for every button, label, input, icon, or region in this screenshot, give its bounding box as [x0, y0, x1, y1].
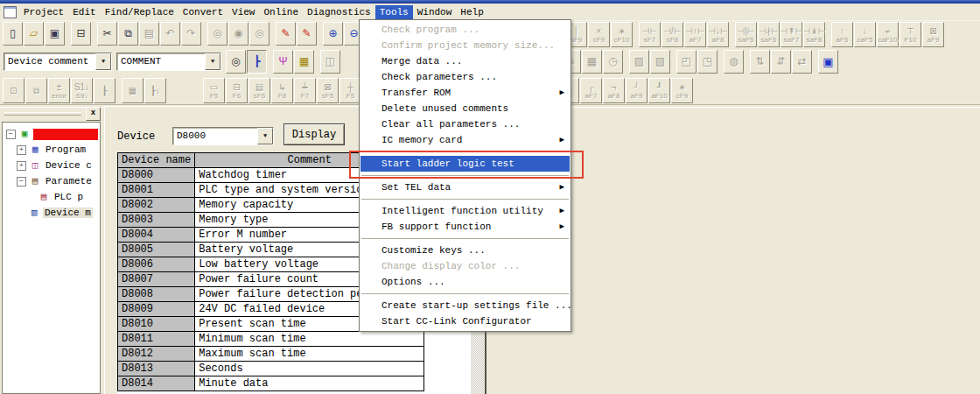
menuitem-options[interactable]: Options ... [360, 274, 570, 290]
tree-item-project-root[interactable]: − ▣ [3, 126, 100, 142]
project-tree-button[interactable]: ┠ [94, 78, 116, 103]
fkey-cf9-button[interactable]: ∗cF9 [671, 78, 693, 103]
pulse-branch-button[interactable]: ⊣↟⊢saF7 [780, 22, 802, 47]
comment-cell[interactable]: Seconds [195, 362, 424, 376]
open-contact-button[interactable]: ⊣⊢sF7 [639, 22, 661, 47]
cut-button[interactable]: ✂ [97, 22, 117, 46]
find-replace-button[interactable]: ◉ [228, 22, 248, 46]
expand-icon[interactable]: + [17, 161, 26, 171]
fkey-sf5-button[interactable]: ⊠sF5 [317, 78, 339, 103]
windows-stack-button[interactable]: ⧉ [25, 78, 47, 103]
pulse-closed-branch-button[interactable]: ⊣↡⊢saF8 [803, 22, 825, 47]
menu-edit[interactable]: Edit [68, 5, 100, 19]
find-comment-button[interactable]: ◎ [226, 50, 246, 74]
rising-pulse-button[interactable]: ↑aF5 [831, 22, 853, 47]
menuitem-merge-data[interactable]: Merge data ... [360, 53, 570, 69]
find-device-button[interactable]: ◎ [249, 22, 270, 46]
tree-item-device-comment[interactable]: + ◫ Device c [3, 158, 100, 173]
write-comment-button[interactable]: ✎ [276, 22, 296, 46]
device-name-cell[interactable]: D8007 [118, 272, 195, 287]
tree-sort-button[interactable]: ┠↓ [144, 78, 166, 103]
data-type-combobox[interactable]: Device comment ▼ [4, 53, 112, 71]
table-row[interactable]: D8013 Seconds [118, 362, 424, 376]
online-globe-button[interactable]: ◍ [724, 50, 744, 74]
print-button[interactable]: ⊟ [71, 22, 91, 46]
falling-pulse-button[interactable]: ↓caF5 [854, 22, 876, 47]
clock-setting-button[interactable]: ◷ [603, 50, 623, 74]
save-button[interactable]: ▣ [45, 22, 65, 46]
device-name-cell[interactable]: D8012 [118, 347, 195, 362]
closed-branch-button[interactable]: ⊣↓⊢aF8 [707, 22, 729, 47]
delete-line-button[interactable]: ∗cF10 [611, 22, 633, 47]
menu-separator[interactable] [361, 199, 569, 201]
ladder-monitor-button[interactable]: ▣ [818, 50, 838, 74]
device-name-cell[interactable]: D8000 [118, 168, 195, 183]
menu-diagnostics[interactable]: Diagnostics [303, 5, 375, 19]
tree-item-program[interactable]: + ▦ Program [3, 142, 100, 158]
delete-branch-button[interactable]: ≁caF10 [877, 22, 899, 47]
menuitem-check-parameters[interactable]: Check parameters ... [360, 69, 570, 85]
expand-icon[interactable]: + [17, 145, 26, 155]
comment-window-button[interactable]: ◫ [320, 50, 340, 74]
drag-grip[interactable] [4, 112, 81, 116]
menuitem-clear-all-parameters[interactable]: Clear all parameters ... [360, 116, 570, 132]
table-row[interactable]: D8012 Maximum scan time [118, 347, 424, 362]
table-row[interactable]: D8014 Minute data [118, 376, 424, 391]
comment-combobox[interactable]: COMMENT ▼ [116, 53, 221, 71]
monitor-start-button[interactable]: ▨ [629, 50, 649, 74]
menu-tools[interactable]: Tools [375, 5, 413, 19]
chevron-down-icon[interactable]: ▼ [257, 128, 273, 144]
zoom-in-button[interactable]: ⊕ [323, 22, 343, 46]
fkey-f6-button[interactable]: ⊟F6 [226, 78, 248, 103]
menuitem-create-startup-settings-file[interactable]: Create start-up settings file ... [360, 298, 570, 313]
undo-button[interactable]: ↶ [160, 22, 180, 46]
menuitem-set-tel-data[interactable]: Set TEL data▶ [360, 179, 570, 195]
fkey-f7-button[interactable]: ┷F7 [294, 78, 316, 103]
display-button[interactable]: Display [284, 123, 345, 145]
menuitem-change-display-color[interactable]: Change display color ... [360, 258, 570, 274]
mdi-child-icon[interactable] [4, 6, 17, 18]
open-branch-button[interactable]: ⊣↑⊢aF7 [684, 22, 706, 47]
chevron-down-icon[interactable]: ▼ [95, 53, 111, 70]
open-button[interactable]: ▱ [24, 22, 44, 46]
delete-vline-button[interactable]: ×cF9 [588, 22, 610, 47]
sort-order-button[interactable]: ⇄ [792, 50, 812, 74]
menuitem-confirm-project-memory-size[interactable]: Confirm project memory size... [360, 38, 570, 53]
tree-item-parameter[interactable]: − ▤ Paramete [3, 173, 100, 189]
tile-windows-button[interactable]: ◳ [697, 50, 718, 74]
grid-button[interactable]: ▦ [122, 78, 144, 103]
comment-cell[interactable]: Minute data [195, 376, 424, 391]
device-name-cell[interactable]: D8013 [118, 362, 195, 376]
collapse-icon[interactable]: − [17, 177, 26, 186]
monitor-mode-button[interactable]: ⊡ [3, 78, 24, 103]
pulse-contact-button[interactable]: ⊣|⊢saF5 [735, 22, 757, 47]
menu-view[interactable]: View [228, 5, 259, 19]
device-name-cell[interactable]: D8009 [118, 302, 195, 317]
project-data-list-button[interactable]: ┣ [247, 50, 267, 74]
sort-descending-button[interactable]: ⇵ [771, 50, 791, 74]
collapse-icon[interactable]: − [6, 130, 16, 139]
comment-cell[interactable]: Minimum scan time [195, 332, 424, 347]
monitor-stop-button[interactable]: ▧ [650, 50, 670, 74]
device-combobox[interactable]: D8000 ▼ [172, 127, 274, 145]
chevron-down-icon[interactable]: ▼ [205, 53, 220, 70]
new-button[interactable]: ▯ [3, 22, 23, 46]
menu-find-replace[interactable]: Find/Replace [101, 5, 178, 19]
fkey-af7-button[interactable]: ┌aF7 [580, 78, 602, 103]
menuitem-customize-keys[interactable]: Customize keys ... [360, 243, 570, 258]
menuitem-delete-unused-comments[interactable]: Delete unused comments [360, 101, 570, 116]
menu-separator[interactable] [361, 175, 569, 177]
menu-project[interactable]: Project [19, 5, 68, 19]
menu-separator[interactable] [361, 293, 569, 295]
device-name-cell[interactable]: D8011 [118, 332, 195, 347]
device-name-cell[interactable]: D8014 [118, 376, 195, 391]
menuitem-check-program[interactable]: Check program ... [360, 22, 570, 38]
fkey-af10-button[interactable]: ┚aF10 [648, 78, 670, 103]
paste-button[interactable]: ▤ [139, 22, 159, 46]
tree-panel-header[interactable]: x [2, 107, 101, 121]
fkey-f8-button[interactable]: ↳F8 [271, 78, 293, 103]
menuitem-transfer-rom[interactable]: Transfer ROM▶ [360, 85, 570, 101]
device-memory-grid-button[interactable]: ▦ [582, 50, 602, 74]
device-name-cell[interactable]: D8005 [118, 243, 195, 257]
device-name-cell[interactable]: D8010 [118, 317, 195, 332]
